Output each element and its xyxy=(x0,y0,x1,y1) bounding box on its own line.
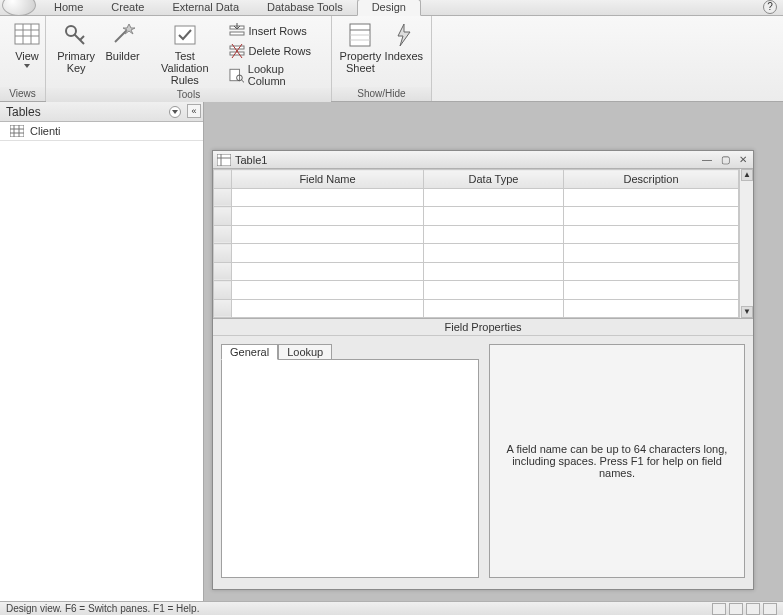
property-sheet-icon xyxy=(346,22,374,48)
tab-lookup[interactable]: Lookup xyxy=(278,344,332,360)
view-shortcut-1[interactable] xyxy=(712,603,726,615)
cell-data-type[interactable] xyxy=(424,281,564,300)
cell-description[interactable] xyxy=(564,188,739,207)
help-panel: A field name can be up to 64 characters … xyxy=(489,344,745,578)
nav-item-label: Clienti xyxy=(30,125,61,137)
nav-item-clienti[interactable]: Clienti xyxy=(0,122,203,141)
help-icon[interactable]: ? xyxy=(763,0,777,14)
row-selector[interactable] xyxy=(214,281,232,300)
cell-field-name[interactable] xyxy=(232,244,424,263)
field-properties-header: Field Properties xyxy=(213,319,753,336)
indexes-button[interactable]: Indexes xyxy=(383,20,425,64)
lookup-column-label: Lookup Column xyxy=(248,63,321,87)
col-description[interactable]: Description xyxy=(564,170,739,189)
cell-field-name[interactable] xyxy=(232,225,424,244)
builder-button[interactable]: Builder xyxy=(100,20,145,64)
scroll-up-button[interactable]: ▲ xyxy=(741,169,753,181)
insert-rows-label: Insert Rows xyxy=(249,25,307,37)
chevron-down-icon[interactable] xyxy=(169,106,181,118)
tab-create[interactable]: Create xyxy=(97,0,158,15)
cell-field-name[interactable] xyxy=(232,281,424,300)
office-button[interactable] xyxy=(2,0,36,16)
nav-header-label: Tables xyxy=(6,105,41,119)
nav-header[interactable]: Tables « xyxy=(0,102,203,122)
builder-label: Builder xyxy=(105,50,139,62)
chevron-down-icon xyxy=(24,64,30,68)
tab-design[interactable]: Design xyxy=(357,0,421,16)
field-name-input[interactable] xyxy=(236,191,419,203)
primary-key-label: Primary Key xyxy=(57,50,95,74)
view-button[interactable]: View xyxy=(6,20,48,70)
navigation-pane: Tables « Clienti xyxy=(0,102,204,601)
collapse-nav-button[interactable]: « xyxy=(187,104,201,118)
primary-key-button[interactable]: Primary Key xyxy=(52,20,100,76)
cell-data-type[interactable] xyxy=(424,225,564,244)
cell-field-name[interactable] xyxy=(232,262,424,281)
cell-description[interactable] xyxy=(564,299,739,318)
key-icon xyxy=(62,22,90,48)
row-selector[interactable] xyxy=(214,188,232,207)
select-all-corner[interactable] xyxy=(214,170,232,189)
status-bar: Design view. F6 = Switch panes. F1 = Hel… xyxy=(0,601,783,615)
col-data-type[interactable]: Data Type xyxy=(424,170,564,189)
cell-field-name[interactable] xyxy=(232,188,424,207)
cell-description[interactable] xyxy=(564,244,739,263)
row-selector[interactable] xyxy=(214,207,232,226)
tab-external-data[interactable]: External Data xyxy=(158,0,253,15)
field-grid[interactable]: Field Name Data Type Description xyxy=(213,169,739,318)
check-icon xyxy=(171,22,199,48)
delete-rows-button[interactable]: Delete Rows xyxy=(225,42,325,60)
help-text: A field name can be up to 64 characters … xyxy=(502,443,732,479)
svg-line-6 xyxy=(74,34,84,44)
cell-description[interactable] xyxy=(564,281,739,300)
window-title: Table1 xyxy=(235,154,267,166)
cell-description[interactable] xyxy=(564,225,739,244)
insert-rows-button[interactable]: Insert Rows xyxy=(225,22,325,40)
ribbon: View Views Primary Key Builder xyxy=(0,16,783,102)
svg-rect-13 xyxy=(230,46,244,49)
row-selector[interactable] xyxy=(214,225,232,244)
test-validation-label: Test Validation Rules xyxy=(151,50,219,86)
group-showhide-label: Show/Hide xyxy=(332,87,431,101)
cell-description[interactable] xyxy=(564,207,739,226)
delete-rows-icon xyxy=(229,43,245,59)
table-icon xyxy=(10,125,24,137)
tab-database-tools[interactable]: Database Tools xyxy=(253,0,357,15)
scroll-down-button[interactable]: ▼ xyxy=(741,306,753,318)
row-selector[interactable] xyxy=(214,262,232,281)
tab-general[interactable]: General xyxy=(221,344,278,360)
close-button[interactable]: ✕ xyxy=(737,154,749,166)
cell-field-name[interactable] xyxy=(232,299,424,318)
maximize-button[interactable]: ▢ xyxy=(719,154,731,166)
svg-rect-9 xyxy=(175,26,195,44)
svg-line-19 xyxy=(241,80,244,83)
minimize-button[interactable]: — xyxy=(701,154,713,166)
cell-data-type[interactable] xyxy=(424,262,564,281)
row-selector[interactable] xyxy=(214,244,232,263)
test-validation-button[interactable]: Test Validation Rules xyxy=(145,20,225,88)
col-field-name[interactable]: Field Name xyxy=(232,170,424,189)
view-shortcut-2[interactable] xyxy=(729,603,743,615)
cell-data-type[interactable] xyxy=(424,188,564,207)
cell-description[interactable] xyxy=(564,262,739,281)
cell-data-type[interactable] xyxy=(424,207,564,226)
datasheet-view-icon xyxy=(13,22,41,48)
property-sheet-button[interactable]: Property Sheet xyxy=(338,20,383,76)
window-titlebar[interactable]: Table1 — ▢ ✕ xyxy=(213,151,753,169)
cell-field-name[interactable] xyxy=(232,207,424,226)
table-design-window: Table1 — ▢ ✕ Field Name Data Type xyxy=(212,150,754,590)
cell-data-type[interactable] xyxy=(424,244,564,263)
field-properties-pane[interactable] xyxy=(221,359,479,578)
tab-home[interactable]: Home xyxy=(40,0,97,15)
view-shortcut-4[interactable] xyxy=(763,603,777,615)
lookup-column-button[interactable]: Lookup Column xyxy=(225,62,325,88)
svg-rect-14 xyxy=(230,52,244,55)
grid-scrollbar[interactable]: ▲ ▼ xyxy=(739,169,753,318)
cell-data-type[interactable] xyxy=(424,299,564,318)
svg-rect-11 xyxy=(230,32,244,35)
lookup-icon xyxy=(229,67,244,83)
insert-rows-icon xyxy=(229,23,245,39)
status-text: Design view. F6 = Switch panes. F1 = Hel… xyxy=(6,603,199,614)
row-selector[interactable] xyxy=(214,299,232,318)
view-shortcut-3[interactable] xyxy=(746,603,760,615)
